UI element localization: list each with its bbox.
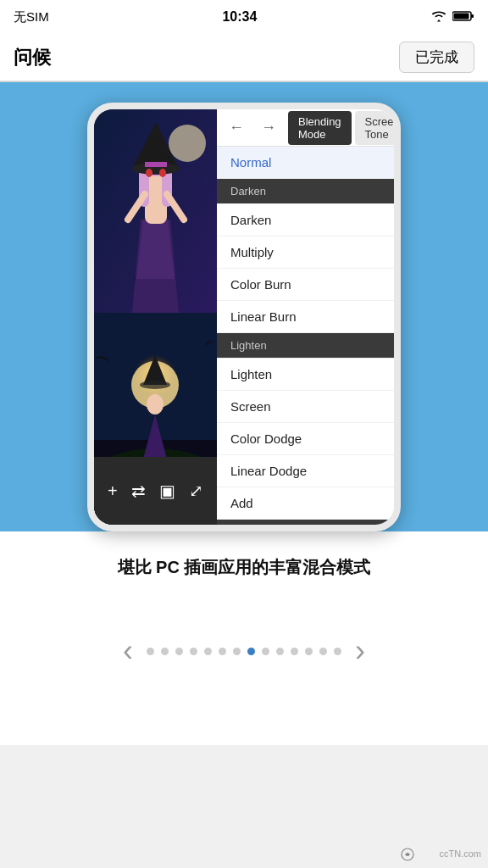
pagination-dot-6[interactable] <box>233 648 241 655</box>
blend-mode-list: NormalDarkenDarkenMultiplyColor BurnLine… <box>217 147 394 525</box>
svg-rect-15 <box>145 162 167 167</box>
pagination-dot-3[interactable] <box>190 648 197 655</box>
pagination-dot-0[interactable] <box>147 648 154 655</box>
blend-header-contrast: Contrast <box>217 520 394 525</box>
svg-point-33 <box>140 381 170 389</box>
blend-item-darken[interactable]: Darken <box>217 204 394 236</box>
done-button[interactable]: 已完成 <box>399 42 474 73</box>
add-icon[interactable]: + <box>108 481 118 501</box>
svg-point-16 <box>146 169 152 177</box>
pagination-dot-12[interactable] <box>319 648 327 655</box>
nav-bar: 问候 已完成 <box>0 34 488 81</box>
transform-icon[interactable]: ⤢ <box>189 481 203 501</box>
pagination-dot-1[interactable] <box>161 648 169 655</box>
mirror-icon[interactable]: ⇄ <box>131 481 146 501</box>
pagination-dot-10[interactable] <box>291 648 298 655</box>
pagination-section: ‹ › <box>0 599 488 694</box>
layer-icon[interactable]: ▣ <box>159 481 175 501</box>
watermark-text: ccTN.com <box>440 849 482 859</box>
tab-blending-mode[interactable]: Blending Mode <box>288 111 352 145</box>
bottom-section <box>0 694 488 745</box>
pagination-dot-9[interactable] <box>276 648 284 655</box>
svg-rect-2 <box>454 13 469 19</box>
blend-item-lighten[interactable]: Lighten <box>217 359 394 391</box>
description-text: 堪比 PC 插画应用的丰富混合模式 <box>20 555 468 579</box>
svg-point-17 <box>159 169 166 177</box>
pagination-dot-5[interactable] <box>219 648 226 655</box>
time-label: 10:34 <box>222 9 257 25</box>
phone-screen: + ⇄ ▣ ⤢ ← → Blending Mode Screen Tone <box>94 109 394 525</box>
tab-screen-tone[interactable]: Screen Tone <box>355 111 394 145</box>
blend-item-screen[interactable]: Screen <box>217 391 394 423</box>
wifi-icon <box>430 10 447 25</box>
blend-header-lighten: Lighten <box>217 333 394 359</box>
carrier-label: 无SIM <box>14 9 49 25</box>
pagination-dot-13[interactable] <box>334 648 341 655</box>
main-content: + ⇄ ▣ ⤢ ← → Blending Mode Screen Tone <box>0 82 488 694</box>
next-arrow[interactable]: › <box>341 633 379 669</box>
prev-arrow[interactable]: ‹ <box>109 633 147 669</box>
blend-header-darken: Darken <box>217 179 394 204</box>
pagination-dot-11[interactable] <box>305 648 313 655</box>
status-icons <box>430 10 474 25</box>
blend-item-linear-dodge[interactable]: Linear Dodge <box>217 455 394 487</box>
blend-item-normal[interactable]: Normal <box>217 147 394 179</box>
blend-item-multiply[interactable]: Multiply <box>217 236 394 269</box>
blend-item-color-dodge[interactable]: Color Dodge <box>217 423 394 455</box>
back-button[interactable]: ← <box>224 115 249 140</box>
anime-image-top <box>94 109 217 313</box>
phone-mockup: + ⇄ ▣ ⤢ ← → Blending Mode Screen Tone <box>87 103 401 531</box>
phone-toolbar: + ⇄ ▣ ⤢ <box>94 457 217 525</box>
forward-button[interactable]: → <box>256 115 281 140</box>
status-bar: 无SIM 10:34 <box>0 0 488 34</box>
svg-point-34 <box>147 394 164 415</box>
blend-item-linear-burn[interactable]: Linear Burn <box>217 301 394 333</box>
pagination-dot-7[interactable] <box>247 648 255 655</box>
phone-right-panel: ← → Blending Mode Screen Tone NormalDark… <box>217 109 394 525</box>
pagination-dots <box>147 648 341 655</box>
blend-tabs: Blending Mode Screen Tone <box>288 111 394 145</box>
watermark: ccTN.com <box>401 848 481 861</box>
pagination-dot-2[interactable] <box>175 648 183 655</box>
page-title: 问候 <box>14 45 51 70</box>
phone-left-panel: + ⇄ ▣ ⤢ <box>94 109 217 525</box>
svg-rect-1 <box>471 14 474 18</box>
phone-top-bar: ← → Blending Mode Screen Tone <box>217 109 394 147</box>
svg-point-4 <box>169 125 206 162</box>
pagination-dot-4[interactable] <box>204 648 212 655</box>
blend-item-add[interactable]: Add <box>217 487 394 520</box>
description-section: 堪比 PC 插画应用的丰富混合模式 <box>0 531 488 599</box>
battery-icon <box>452 10 474 25</box>
blend-item-color-burn[interactable]: Color Burn <box>217 269 394 301</box>
pagination-dot-8[interactable] <box>262 648 269 655</box>
